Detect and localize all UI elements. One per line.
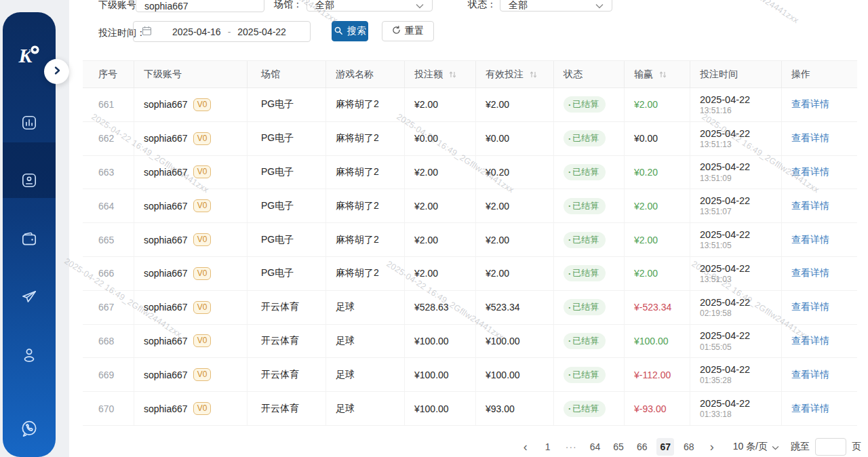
win-loss-cell: ¥2.00 [625,257,690,290]
table-row: 662sophia667V0PG电子麻将胡了2¥0.00¥0.00已结算¥0.0… [83,122,857,156]
account-input[interactable]: sophia667 [136,0,264,12]
venue-select[interactable]: 全部 [307,0,433,12]
venue-cell: 开云体育 [248,392,326,425]
valid-bet-cell: ¥2.00 [476,223,554,256]
table-row: 664sophia667V0PG电子麻将胡了2¥2.00¥2.00已结算¥2.0… [83,189,857,223]
reset-button-label: 重置 [405,25,424,37]
win-loss-cell: ¥2.00 [625,88,690,121]
sidebar-item-wallet[interactable] [3,231,56,250]
view-details-link[interactable]: 查看详情 [791,267,829,279]
view-details-link[interactable]: 查看详情 [791,132,829,144]
date-start-value[interactable]: 2025-04-16 [172,26,221,37]
venue-select-value: 全部 [315,0,334,12]
status-badge: 已结算 [564,333,606,349]
column-header-label: 有效投注 [486,68,524,81]
game-cell: 麻将胡了2 [326,257,405,290]
page-number-65[interactable]: 65 [610,438,627,456]
win-loss-value: ¥2.00 [634,268,658,279]
row-number: 664 [83,189,134,222]
account-cell: sophia667V0 [134,156,248,189]
venue-cell: PG电子 [248,156,326,189]
win-loss-value: ¥0.00 [634,133,658,144]
view-details-link[interactable]: 查看详情 [791,335,829,347]
valid-bet-cell: ¥2.00 [476,257,554,290]
bet-time: 2025-04-2201:33:18 [700,397,750,420]
search-button[interactable]: 搜索 [332,21,368,41]
status-select-value: 全部 [509,0,528,12]
sort-icon[interactable] [448,70,457,79]
calendar-icon [142,26,152,38]
sidebar-item-promo[interactable] [3,289,56,308]
bet-time: 2025-04-2201:35:28 [700,363,750,386]
page-number-64[interactable]: 64 [587,438,604,456]
status-badge: 已结算 [564,401,606,417]
account-name: sophia667 [144,99,188,110]
view-details-link[interactable]: 查看详情 [791,234,829,246]
date-end-value[interactable]: 2025-04-22 [237,26,286,37]
account-name: sophia667 [144,302,188,313]
sidebar-expand-button[interactable] [44,59,69,84]
bets-table: 序号下级账号场馆游戏名称投注额有效投注状态输赢投注时间操作 661sophia6… [83,60,857,426]
status-cell: 已结算 [554,358,625,391]
reset-icon [392,26,401,37]
account-name: sophia667 [144,370,188,380]
status-select[interactable]: 全部 [500,0,612,12]
column-header-label: 状态 [564,68,583,81]
venue-cell: 开云体育 [248,358,326,391]
view-details-link[interactable]: 查看详情 [791,369,829,381]
column-header[interactable]: 投注额 [405,61,476,87]
venue-cell: PG电子 [248,122,326,155]
view-details-link[interactable]: 查看详情 [791,301,829,313]
search-icon [334,26,343,37]
prev-page-button[interactable]: ‹ [517,438,534,456]
column-header-label: 游戏名称 [336,68,374,81]
venue-cell: PG电子 [248,88,326,121]
valid-bet-cell: ¥2.00 [476,189,554,222]
page-size-select[interactable]: 10 条/页 [733,441,779,453]
date-range-picker[interactable]: 2025-04-16 - 2025-04-22 [133,21,311,42]
chevron-down-icon [772,441,779,452]
view-details-link[interactable]: 查看详情 [791,200,829,212]
page-ellipsis: ··· [562,438,580,456]
column-header[interactable]: 输赢 [625,61,690,87]
bet-amount-cell: ¥100.00 [405,392,476,425]
account-cell: sophia667V0 [134,291,248,324]
table-row: 667sophia667V0开云体育足球¥528.63¥523.34已结算¥-5… [83,291,857,325]
view-details-link[interactable]: 查看详情 [791,403,829,415]
vip-level-badge: V0 [193,233,212,246]
page-size-value: 10 条/页 [733,441,768,453]
page-number-68[interactable]: 68 [680,438,698,456]
row-number: 662 [83,122,134,155]
view-details-link[interactable]: 查看详情 [791,98,829,111]
sort-icon[interactable] [658,70,667,79]
sidebar-item-support[interactable] [3,420,56,439]
sidebar-item-profile[interactable] [3,347,56,366]
sidebar-item-users[interactable] [3,172,56,191]
game-cell: 足球 [326,325,405,358]
reset-button[interactable]: 重置 [382,21,434,41]
chevron-down-icon [416,0,424,11]
status-badge: 已结算 [564,130,606,146]
column-header-label: 操作 [791,68,810,81]
valid-bet-cell: ¥2.00 [476,88,554,121]
vip-level-badge: V0 [193,301,212,314]
win-loss-cell: ¥2.00 [625,223,690,256]
next-page-button[interactable]: › [704,438,720,456]
view-details-link[interactable]: 查看详情 [791,166,829,178]
row-number: 670 [83,392,134,425]
action-cell: 查看详情 [782,392,857,425]
status-filter-label: 状态： [468,0,496,11]
page-number-67[interactable]: 67 [656,438,674,456]
venue-filter-label: 场馆： [274,0,302,11]
sidebar-item-stats[interactable] [3,115,56,134]
row-number: 666 [83,257,134,290]
column-header-label: 输赢 [634,68,653,81]
column-header: 投注时间 [690,61,782,87]
jump-page-input[interactable] [815,438,846,456]
page-number-66[interactable]: 66 [633,438,651,456]
sort-icon[interactable] [529,70,538,79]
table-row: 661sophia667V0PG电子麻将胡了2¥2.00¥2.00已结算¥2.0… [83,88,857,122]
table-row: 670sophia667V0开云体育足球¥100.00¥93.00已结算¥-93… [83,392,857,426]
page-number-1[interactable]: 1 [540,438,556,456]
column-header[interactable]: 有效投注 [476,61,554,87]
